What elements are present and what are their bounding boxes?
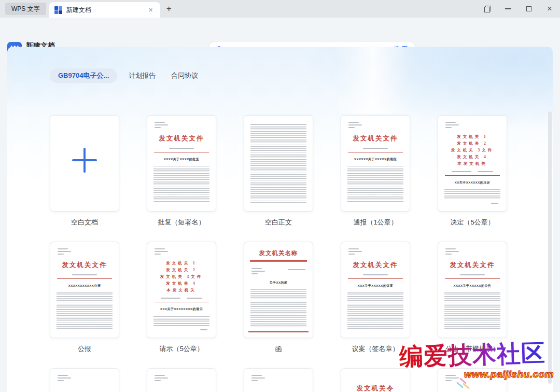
template-cell: 发文机关 1 发文机关 2 发文机关 3文件 发文机关 4 本发文机关 XXX关…: [147, 242, 216, 354]
doc-body-lines: [153, 166, 209, 203]
window-layout-button[interactable]: [477, 0, 498, 18]
template-cell: 发文机关 1 发文机关 2 发文机关 3文件 发文机关 4 本发文机关 XX关于…: [438, 115, 507, 227]
doc-subtitle-bar: [363, 148, 388, 149]
doc-red-rule: [445, 175, 500, 176]
doc-body-lines: [347, 166, 403, 203]
doc-red-rule: [154, 302, 209, 302]
doc-meta-lines: [58, 375, 119, 383]
doc-subtitle-bar: [363, 274, 388, 275]
template-cell: 空白文档: [50, 115, 119, 227]
template-row-1: 空白文档 发文机关文件 XXXX关于XXXX的批复 批复（短署名） 空白正文: [50, 115, 507, 227]
tab-title: 新建文档: [66, 6, 147, 15]
template-cell: 发文机关文件: [438, 368, 507, 392]
doc-subtitle-bar: [147, 298, 216, 299]
doc-meta-lines: [348, 248, 410, 256]
app-header: W 新建文档 新建无限可能 搜索: [0, 18, 560, 47]
doc-heading: XXXXXXXXXXX公报: [50, 284, 119, 288]
doc-title: 发文机关文件: [147, 134, 216, 143]
template-label: 空白正文: [244, 218, 313, 227]
category-gb9704[interactable]: GB9704电子公...: [50, 68, 117, 83]
restore-icon: [484, 6, 491, 12]
template-partial-3[interactable]: 发文机关文件: [244, 368, 313, 392]
window-tab-bar: WPS 文字 新建文档 × + ×: [0, 0, 560, 18]
doc-heading: 关于XX的函: [244, 281, 313, 285]
template-label: 批复（短署名）: [147, 218, 216, 227]
tab-close-icon[interactable]: ×: [146, 6, 155, 14]
template-cell: 发文机关文件 XXXX关于XXXXX的公告 公告（带横排表）: [438, 242, 507, 354]
template-partial-1[interactable]: 发文机关文件: [50, 368, 119, 392]
doc-body-lines: [250, 124, 306, 203]
doc-title: 发文机关文件: [438, 261, 507, 270]
doc-heading: XXX关于XXXXX的议案: [341, 284, 410, 288]
doc-subtitle-bar: [72, 274, 97, 275]
doc-red-rule: [348, 278, 403, 279]
template-cell: 发文机关文件 XXXXXXXXXXX公报 公报: [50, 242, 119, 354]
template-label: 公报: [50, 344, 119, 354]
doc-title: 发文机关文件: [50, 261, 119, 270]
doc-end-bar: [200, 329, 207, 330]
doc-title: 发文机关文件: [341, 134, 410, 143]
template-han[interactable]: 发文机关名称 关于XX的函: [244, 242, 313, 338]
doc-org-list: 发文机关 1 发文机关 2 发文机关 3文件 发文机关 4 本发文机关: [438, 133, 507, 167]
template-partial-decree[interactable]: 发文机关令: [341, 368, 410, 392]
template-gongbao[interactable]: 发文机关文件 XXXXXXXXXXX公报: [50, 242, 119, 338]
template-label: 议案（签名章）: [341, 344, 410, 354]
template-cell: 空白正文: [244, 115, 313, 227]
doc-end-bar: [491, 203, 498, 204]
doc-subtitle-bar: [460, 274, 485, 275]
doc-title: 发文机关令: [341, 384, 410, 392]
template-cell: 发文机关文件 XXXXXX关于XXXXX的通报 通报（1公章）: [341, 115, 410, 227]
template-jueding-5-seals[interactable]: 发文机关 1 发文机关 2 发文机关 3文件 发文机关 4 本发文机关 XX关于…: [438, 115, 507, 212]
doc-title: 发文机关名称: [244, 249, 313, 257]
template-partial-5[interactable]: 发文机关文件: [438, 368, 507, 392]
plus-icon: [72, 148, 97, 173]
new-tab-button[interactable]: +: [161, 1, 177, 17]
template-cell: 发文机关名称 关于XX的函 函: [244, 242, 313, 354]
doc-bottom-red-rule: [248, 331, 309, 332]
template-cell: 发文机关文件: [50, 368, 119, 392]
doc-subtitle-bar: [169, 148, 194, 149]
category-plan-report[interactable]: 计划报告: [124, 71, 160, 80]
close-icon: ×: [547, 5, 552, 13]
template-cell: 发文机关文件 XXXX关于XXXX的批复 批复（短署名）: [147, 115, 216, 227]
template-tongbao-1-seal[interactable]: 发文机关文件 XXXXXX关于XXXXX的通报: [341, 115, 410, 212]
template-pifu-short-signature[interactable]: 发文机关文件 XXXX关于XXXX的批复: [147, 115, 216, 212]
doc-body-lines: [250, 289, 306, 329]
vertical-scrollbar[interactable]: [548, 111, 552, 384]
minimize-icon: [505, 8, 511, 9]
doc-body-lines: [444, 189, 500, 201]
template-blank-body[interactable]: [244, 115, 313, 212]
doc-meta-lines: [58, 248, 119, 256]
template-row-3: 发文机关文件 发文机关文件 发文机关文件 发文机关令: [50, 368, 507, 392]
close-button[interactable]: ×: [539, 0, 560, 18]
doc-date-bar: [288, 269, 305, 270]
template-cell: 发文机关文件: [244, 368, 313, 392]
doc-org-list: 发文机关 1 发文机关 2 发文机关 3文件 发文机关 4 本发文机关: [147, 260, 216, 293]
doc-red-rule: [154, 152, 209, 152]
doc-meta-lines: [445, 248, 507, 256]
tab-new-document[interactable]: 新建文档 ×: [49, 2, 160, 18]
doc-meta-lines: [155, 122, 216, 130]
category-tabs: GB9704电子公... 计划报告 合同协议: [50, 68, 202, 83]
doc-subtitle-bar: [438, 171, 507, 172]
doc-red-rule: [348, 152, 403, 152]
category-contract[interactable]: 合同协议: [167, 71, 202, 80]
template-gonggao-horizontal-table[interactable]: 发文机关文件 XXXX关于XXXXX的公告: [438, 242, 507, 338]
template-yian-signature-seal[interactable]: 发文机关文件 XXX关于XXXXX的议案: [341, 242, 410, 338]
doc-red-rule: [445, 278, 500, 279]
template-qingshi-5-seals[interactable]: 发文机关 1 发文机关 2 发文机关 3文件 发文机关 4 本发文机关 XXX关…: [147, 242, 216, 338]
template-label: 空白文档: [50, 218, 119, 227]
window-controls: ×: [477, 0, 560, 18]
app-menu-button[interactable]: WPS 文字: [5, 3, 46, 15]
template-cell: 发文机关令: [341, 368, 410, 392]
template-blank-document[interactable]: [50, 115, 119, 212]
doc-heading: XXXX关于XXXXX的公告: [438, 284, 507, 288]
doc-meta-lines: [348, 122, 410, 130]
doc-body-lines: [444, 292, 500, 330]
minimize-button[interactable]: [498, 0, 519, 18]
maximize-button[interactable]: [519, 0, 539, 18]
color-strokes-decoration: [456, 377, 471, 392]
template-partial-2[interactable]: 发文机关文件: [147, 368, 216, 392]
doc-red-rule: [57, 278, 112, 279]
template-grid: 空白文档 发文机关文件 XXXX关于XXXX的批复 批复（短署名） 空白正文: [50, 115, 507, 392]
